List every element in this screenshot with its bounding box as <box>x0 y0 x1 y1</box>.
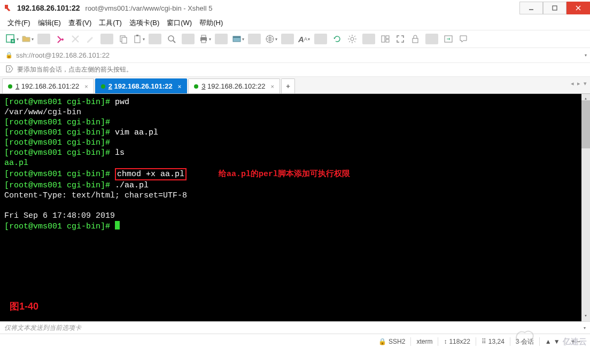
paste-button[interactable]: ▾ <box>132 33 145 45</box>
svg-rect-19 <box>233 36 240 38</box>
status-protocol: 🔒SSH2 <box>373 338 410 345</box>
status-dot-icon <box>8 84 12 89</box>
app-logo-icon <box>3 3 13 13</box>
tab-label: 192.168.26.102:22 <box>207 82 265 90</box>
svg-point-13 <box>168 36 174 41</box>
status-bar: 🔒SSH2 xterm ↕118x22 ⠿13,24 3 会话 ▲▼ + − <box>0 334 590 349</box>
toolbar-separator <box>281 34 294 44</box>
status-size: ↕118x22 <box>438 338 475 345</box>
refresh-button[interactable] <box>331 33 344 45</box>
toolbar-separator <box>314 34 327 44</box>
new-session-button[interactable]: ▾ <box>5 33 19 45</box>
toolbar-separator <box>100 34 113 44</box>
toolbar-separator <box>248 34 261 44</box>
svg-rect-23 <box>386 36 389 38</box>
edit-button[interactable] <box>84 33 97 45</box>
send-input-bar[interactable]: 仅将文本发送到当前选项卡 ▾ <box>0 321 590 334</box>
toolbar-separator <box>362 34 375 44</box>
address-dropdown-icon[interactable]: ▾ <box>585 53 587 58</box>
globe-button[interactable]: ▾ <box>265 33 277 45</box>
menu-tabs[interactable]: 选项卡(B) <box>129 18 159 28</box>
menu-view[interactable]: 查看(V) <box>68 18 91 28</box>
transfer-button[interactable] <box>442 33 455 45</box>
tab-number: 3 <box>201 82 205 90</box>
svg-rect-24 <box>386 39 389 42</box>
figure-label: 图1-40 <box>10 302 38 312</box>
svg-rect-16 <box>201 35 206 37</box>
svg-rect-11 <box>135 36 140 43</box>
svg-rect-25 <box>413 38 418 43</box>
svg-rect-12 <box>136 35 138 36</box>
fullscreen-button[interactable] <box>394 33 407 45</box>
tab-label: 192.168.26.101:22 <box>21 82 79 90</box>
find-button[interactable] <box>165 33 178 45</box>
svg-point-8 <box>61 38 64 41</box>
status-term: xterm <box>411 338 438 345</box>
scrollbar[interactable]: ▴▾ <box>581 94 590 321</box>
hint-bar: 要添加当前会话，点击左侧的箭头按钮。 <box>0 63 590 77</box>
window-title: 192.168.26.101:22 <box>17 4 80 12</box>
session-tab-1[interactable]: 1 192.168.26.101:22 × <box>2 78 94 93</box>
svg-rect-22 <box>382 36 385 42</box>
disconnect-button[interactable] <box>69 33 82 45</box>
address-text[interactable]: ssh://root@192.168.26.101:22 <box>16 51 581 59</box>
tab-number: 2 <box>108 82 112 90</box>
toolbar-separator <box>37 34 50 44</box>
status-cursor-pos: ⠿13,24 <box>476 338 510 345</box>
menubar: 文件(F) 编辑(E) 查看(V) 工具(T) 选项卡(B) 窗口(W) 帮助(… <box>0 16 590 30</box>
lock-button[interactable] <box>409 33 422 45</box>
toolbar-separator <box>149 34 161 44</box>
svg-rect-17 <box>201 40 206 43</box>
close-tab-icon[interactable]: × <box>84 83 88 90</box>
menu-tools[interactable]: 工具(T) <box>99 18 122 28</box>
status-dot-icon <box>194 84 198 89</box>
watermark-text: 亿速云 <box>563 337 587 346</box>
close-tab-icon[interactable]: × <box>178 83 181 90</box>
address-bar: 🔒 ssh://root@192.168.26.101:22 ▾ <box>0 48 590 63</box>
session-tab-2[interactable]: 2 192.168.26.101:22 × <box>95 78 187 93</box>
close-tab-icon[interactable]: × <box>270 83 274 90</box>
tab-nav: ◂ ▸ ▾ <box>571 80 587 87</box>
new-tab-button[interactable]: + <box>281 78 295 93</box>
watermark: 亿速云 <box>513 328 587 347</box>
reconnect-button[interactable] <box>54 33 67 45</box>
status-dot-icon <box>101 84 105 89</box>
chat-button[interactable] <box>457 33 470 45</box>
svg-line-14 <box>173 41 175 43</box>
toolbar: ▾ ▾ ▾ ▾ ▾ ▾ AA▾ <box>0 30 590 48</box>
tab-menu-icon[interactable]: ▾ <box>584 80 587 87</box>
menu-edit[interactable]: 编辑(E) <box>38 18 61 28</box>
close-button[interactable] <box>566 2 590 14</box>
font-button[interactable]: AA▾ <box>298 33 310 45</box>
hint-text: 要添加当前会话，点击左侧的箭头按钮。 <box>17 65 133 74</box>
properties-button[interactable]: ▾ <box>231 33 244 45</box>
tab-next-icon[interactable]: ▸ <box>577 80 580 87</box>
svg-rect-1 <box>553 6 557 10</box>
minimize-button[interactable] <box>519 2 543 14</box>
tab-strip: 1 192.168.26.101:22 × 2 192.168.26.101:2… <box>0 77 590 94</box>
terminal[interactable]: [root@vms001 cgi-bin]# pwd/var/www/cgi-b… <box>0 94 590 321</box>
tab-prev-icon[interactable]: ◂ <box>571 80 574 87</box>
session-tab-3[interactable]: 3 192.168.26.102:22 × <box>188 78 280 93</box>
tab-number: 1 <box>15 82 19 90</box>
titlebar: 192.168.26.101:22 root@vms001:/var/www/c… <box>0 0 590 16</box>
settings-button[interactable] <box>346 33 359 45</box>
layout-button[interactable] <box>379 33 392 45</box>
scrollbar-thumb[interactable] <box>581 100 590 148</box>
svg-point-21 <box>351 37 354 41</box>
menu-help[interactable]: 帮助(H) <box>199 18 223 28</box>
tab-label: 192.168.26.101:22 <box>114 82 173 90</box>
print-button[interactable]: ▾ <box>198 33 211 45</box>
menu-window[interactable]: 窗口(W) <box>167 18 192 28</box>
menu-file[interactable]: 文件(F) <box>7 18 30 28</box>
open-session-button[interactable]: ▾ <box>21 33 34 45</box>
toolbar-separator <box>425 34 438 44</box>
toolbar-separator <box>215 34 228 44</box>
toolbar-separator <box>182 34 195 44</box>
bookmark-arrow-icon[interactable] <box>5 65 14 75</box>
window-subtitle: root@vms001:/var/www/cgi-bin - Xshell 5 <box>86 4 213 12</box>
svg-rect-10 <box>122 37 127 43</box>
maximize-button[interactable] <box>543 2 566 14</box>
lock-icon: 🔒 <box>5 52 13 59</box>
copy-button[interactable] <box>117 33 130 45</box>
